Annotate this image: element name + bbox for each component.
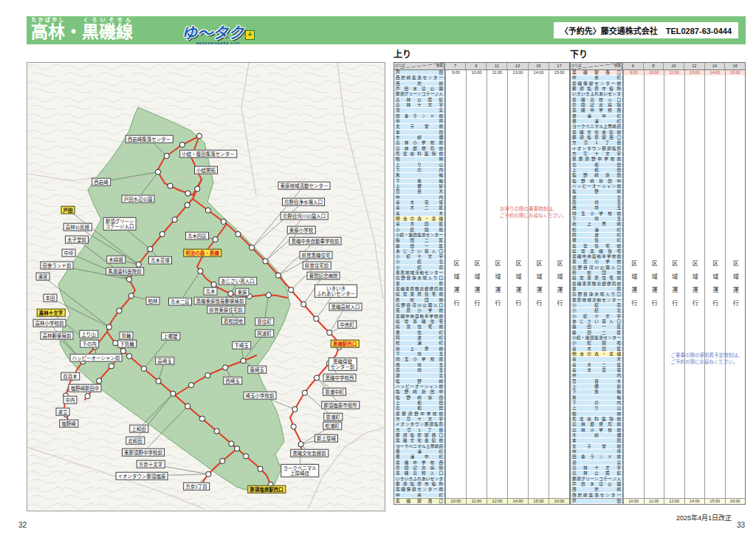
map-stop-label: 湯宮 [36,273,50,281]
stop-marker [314,375,319,381]
map-stop-label: 中央町 [337,321,357,329]
stop-name-cell: 上り山 [571,406,623,411]
stop-name-cell: 下埼玉 [394,352,445,357]
stop-name-cell: 北和田 [571,163,623,168]
stop-name-cell: 方京十文字 [394,417,445,422]
stop-name-cell: 明治の森・黒磯 [571,352,623,357]
stop-name-cell: 藤田二区 [394,238,445,243]
service-number-header: 17 [549,63,569,69]
stop-marker [148,247,153,252]
stop-name-cell: 塩野崎新田中 [571,179,623,184]
stop-name-cell: 藤田一区 [394,244,445,249]
map-stop-label: イオンタウン那須塩原 [116,472,168,480]
corner-label-right: 便番 [614,63,621,67]
stop-name-cell: 黒磯保健センター前 [394,487,445,492]
stop-name-cell: 西岩崎 [394,81,445,86]
stop-marker [159,231,165,236]
stop-name-cell: 東原小学校 [571,259,623,265]
map-stop-label: 青木二区 [168,298,192,306]
map-stop-label: 豊浦町 [323,413,343,421]
stop-marker [213,236,218,242]
stop-marker [234,446,239,451]
stop-name-cell: 戸田 [571,499,623,504]
page-number-left: 32 [18,521,27,529]
map-stop-label: 鳥野目浄水場入口 [282,198,325,206]
stop-name-cell: ヨークベニマル上厚崎店 [571,124,623,129]
service-number-header: 13 [506,63,527,69]
stop-name-cell: 塩野崎新田 [571,173,623,178]
stop-name-cell: 塩野崎 [571,189,623,194]
reservation-note: お帰りの際の乗車時刻は、 ご予約の際にお尋ねください。 [500,205,567,219]
stop-name-cell: 高林十文字 [394,103,445,108]
departure-time-cell: 15:00 [725,70,746,75]
map-stop-label: 柏林 [146,297,160,305]
stop-marker [298,442,303,447]
map-stop-label: 西岩崎 [92,178,111,186]
stop-marker [229,441,234,446]
stop-name-cell: 黒磯高校入口 [571,98,623,103]
map-stop-label: 青木花塚 [148,256,172,265]
stop-name-cell: 中内 [571,373,623,378]
zone-operation-label: 区域運行 [472,260,481,313]
stop-name-cell: 田舎ランド前 [394,114,445,119]
stop-name-cell: 豊浦町 [571,119,623,124]
stop-name-cell: 柏林 [394,157,445,162]
stop-marker [214,429,219,434]
stop-row: 戸田9:0010:0011:0013:0014:0015:00 [394,70,569,75]
map-stop-label: 塩野崎新田中 [69,384,102,392]
stop-name-cell: 那須塩原駅西口 [394,433,445,438]
stop-name-cell: 黒磯東原簡易郵便局前 [571,282,623,287]
stop-name-cell: 戸田水辺公園 [394,86,445,92]
stop-name-cell: 百目木 [571,379,623,384]
stop-name-cell: 小結・藤田集落センター [571,335,623,341]
stop-name-cell: 那須塩原市役所 [394,482,445,487]
stop-name-cell: 新上厚崎 [394,347,445,352]
stop-marker [275,273,281,278]
stop-name-cell: 東那須野中学校前 [571,157,623,162]
map-stop-label: 菅間記念病院 [307,272,340,280]
stop-marker [168,183,173,188]
corner-cell: のりば便番 [571,63,622,69]
departure-time-cell: 10:00 [623,499,644,504]
stop-name-cell: 菅間記念病院 [394,466,445,471]
zone-operation-label: 区域運行 [514,260,522,313]
timetable-up: のりば便番7911131517戸田9:0010:0011:0013:0014:0… [394,62,570,505]
map-stop-label: ヨークベニマル 上厚崎店 [281,464,319,477]
leaflet-page: 高林たかばやし・黒磯線くろいそせん ゆ〜タク+ NASUSHIOBARA CIT… [0,0,756,535]
zone-operation-column: 区域運行 [704,75,725,498]
zone-operation-label: 区域運行 [731,260,739,313]
stop-name-cell: 下の内 [394,168,445,173]
stop-name-cell: 戸田水辺公園 [571,482,623,487]
map-stop-label: ハッピーオーシャン前 [70,354,123,362]
stop-name-cell: 小結開拓 [394,228,445,233]
map-stop-label: 本田 [44,294,58,302]
stop-name-cell: 湯宮 [394,108,445,113]
map-stop-label: 南埼玉 [247,366,267,374]
stop-name-cell: 木綿畑 [394,135,445,140]
map-stop-label: 高埼玉 [155,357,174,365]
map-stop-label: 東原地域活動センター [278,182,331,190]
map-stop-label: 黒磯中央自動車学校前 [289,237,342,245]
zone-operation-label: 区域運行 [493,260,501,313]
stop-name-cell: 太子堂前 [571,444,623,449]
map-stop-label: 小結・藤田集落センター [179,150,237,158]
stop-name-cell: 豊浦中町 [571,114,623,119]
stop-name-cell: 東原地域活動センター [394,270,445,276]
zone-operation-column: 区域運行 [725,75,746,498]
stop-name-cell: 豊浦中町 [394,454,445,460]
stop-name-cell: 中内 [394,195,445,200]
stop-marker [156,378,161,384]
map-stop-label: 阿波町 [255,330,274,338]
stop-name-cell: 青木二区 [394,205,445,211]
stop-name-cell: 鳥野目河川公園入口 [571,265,623,270]
departure-time-cell: 11:00 [487,70,507,75]
stop-name-cell: 東原 [394,282,445,287]
stop-name-cell: 上和田 [571,168,623,173]
map-stop-label: 百目木 [61,372,80,381]
map-stop-label: 東那須野中学校前 [122,449,165,457]
stop-name-cell: 木綿畑 [571,433,623,438]
map-stop-label: 黒磯中学校西 [323,374,357,382]
corner-label-left: のりば [571,63,582,67]
stop-name-cell: 県営東原住宅前 [394,292,445,297]
map-stop-label: 波立 [56,408,70,416]
